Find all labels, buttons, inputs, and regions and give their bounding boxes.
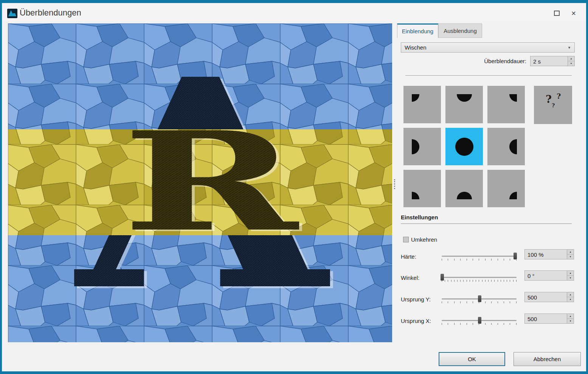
spin-down-icon[interactable]: ▼ — [567, 255, 574, 259]
ursprung-y-slider-row: Ursprung Y: 500 ▲ ▼ — [401, 291, 575, 312]
spin-down-icon[interactable]: ▼ — [567, 297, 574, 302]
preset-middle-right[interactable] — [487, 128, 525, 165]
invert-label: Umkehren — [411, 236, 437, 243]
spinner: ▲ ▼ — [567, 292, 574, 302]
haerte-label: Härte: — [401, 253, 416, 260]
preset-bottom-right[interactable] — [487, 170, 525, 207]
preset-top-center[interactable] — [445, 86, 483, 123]
ursprung-x-label: Ursprung X: — [401, 318, 431, 324]
haerte-slider-row: Härte: 100 % ▲ ▼ — [401, 248, 575, 269]
maximize-icon — [554, 11, 560, 16]
preset-top-right[interactable] — [487, 86, 525, 123]
window-title: Überblendungen — [20, 8, 81, 18]
titlebar[interactable]: Überblendungen ✕ — [2, 3, 586, 20]
preset-top-left[interactable] — [403, 86, 441, 123]
app-icon — [7, 9, 17, 18]
tick-marks — [442, 301, 517, 303]
ursprung-x-value-spinbox[interactable]: 500 ▲ ▼ — [524, 313, 574, 324]
wipe-origin-icon — [487, 86, 525, 123]
winkel-slider-row: Winkel: 0 ° ▲ ▼ — [401, 269, 575, 290]
transition-preview-image: A A A R R R — [8, 23, 392, 342]
spin-up-icon[interactable]: ▲ — [567, 292, 574, 297]
spinner: ▲ ▼ — [567, 250, 574, 259]
duration-spinbox[interactable]: 2 s ▲ ▼ — [530, 56, 575, 66]
spin-down-icon[interactable]: ▼ — [568, 61, 574, 66]
ok-button[interactable]: OK — [439, 352, 505, 366]
winkel-label: Winkel: — [401, 275, 419, 281]
selected-transition-type: Wischen — [405, 44, 427, 51]
spin-up-icon[interactable]: ▲ — [567, 271, 574, 276]
ursprung-y-label: Ursprung Y: — [401, 296, 431, 303]
ursprung-y-value-spinbox[interactable]: 500 ▲ ▼ — [524, 292, 574, 302]
tab-label: Ausblendung — [444, 28, 477, 34]
wipe-origin-icon — [403, 86, 441, 123]
tick-marks — [442, 259, 517, 261]
question-mark-icon: ? — [552, 102, 555, 109]
close-icon: ✕ — [571, 10, 576, 17]
haerte-value: 100 % — [527, 251, 544, 258]
wipe-origin-icon — [445, 170, 483, 207]
preset-bottom-center[interactable] — [445, 170, 483, 207]
wipe-origin-icon — [403, 170, 441, 207]
preset-bottom-left[interactable] — [403, 170, 441, 207]
tab-label: Einblendung — [402, 28, 433, 34]
preset-grid — [403, 86, 525, 207]
close-button[interactable]: ✕ — [569, 9, 579, 18]
ursprung-y-value: 500 — [527, 294, 537, 300]
wipe-origin-icon — [445, 86, 483, 123]
haerte-value-spinbox[interactable]: 100 % ▲ ▼ — [524, 249, 574, 259]
ursprung-y-slider[interactable] — [442, 298, 517, 300]
wipe-origin-icon — [487, 128, 525, 165]
invert-checkbox[interactable] — [403, 237, 409, 242]
preset-center[interactable] — [445, 128, 483, 165]
maximize-button[interactable] — [552, 9, 562, 18]
spin-up-icon[interactable]: ▲ — [567, 250, 574, 255]
transition-type-select[interactable]: Wischen ▼ — [401, 42, 575, 53]
wipe-origin-icon — [445, 128, 483, 165]
spin-up-icon[interactable]: ▲ — [568, 56, 574, 61]
duration-label: Überblenddauer: — [439, 58, 526, 64]
wipe-origin-icon — [403, 128, 441, 165]
wipe-origin-icon — [487, 170, 525, 207]
cancel-label: Abbrechen — [534, 356, 561, 362]
spinner: ▲ ▼ — [567, 271, 574, 280]
spin-down-icon[interactable]: ▼ — [567, 276, 574, 280]
chevron-down-icon: ▼ — [568, 46, 571, 50]
winkel-slider[interactable] — [442, 277, 517, 278]
separator — [405, 75, 572, 76]
tick-marks — [442, 280, 517, 282]
ursprung-x-slider[interactable] — [442, 320, 517, 321]
spinner: ▲ ▼ — [567, 314, 574, 323]
ursprung-x-slider-row: Ursprung X: 500 ▲ ▼ — [401, 312, 575, 334]
settings-heading: Einstellungen — [401, 214, 572, 224]
haerte-slider[interactable] — [442, 256, 517, 257]
tick-marks — [442, 323, 517, 325]
cancel-button[interactable]: Abbrechen — [514, 352, 581, 366]
winkel-value-spinbox[interactable]: 0 ° ▲ ▼ — [524, 270, 574, 281]
question-mark-icon: ? — [546, 93, 552, 105]
duration-value: 2 s — [533, 58, 541, 64]
tab-einblendung[interactable]: Einblendung — [397, 23, 438, 38]
spinner: ▲ ▼ — [568, 56, 574, 66]
winkel-value: 0 ° — [527, 272, 535, 279]
tab-ausblendung[interactable]: Ausblendung — [438, 23, 482, 38]
spin-up-icon[interactable]: ▲ — [567, 314, 574, 319]
ursprung-x-value: 500 — [527, 315, 537, 322]
preset-custom-unknown[interactable]: ? ? ? — [534, 86, 572, 124]
ok-label: OK — [468, 356, 476, 362]
question-mark-icon: ? — [557, 92, 561, 100]
spin-down-icon[interactable]: ▼ — [567, 319, 574, 323]
preset-middle-left[interactable] — [403, 128, 441, 165]
panel-splitter-handle[interactable] — [394, 179, 397, 189]
